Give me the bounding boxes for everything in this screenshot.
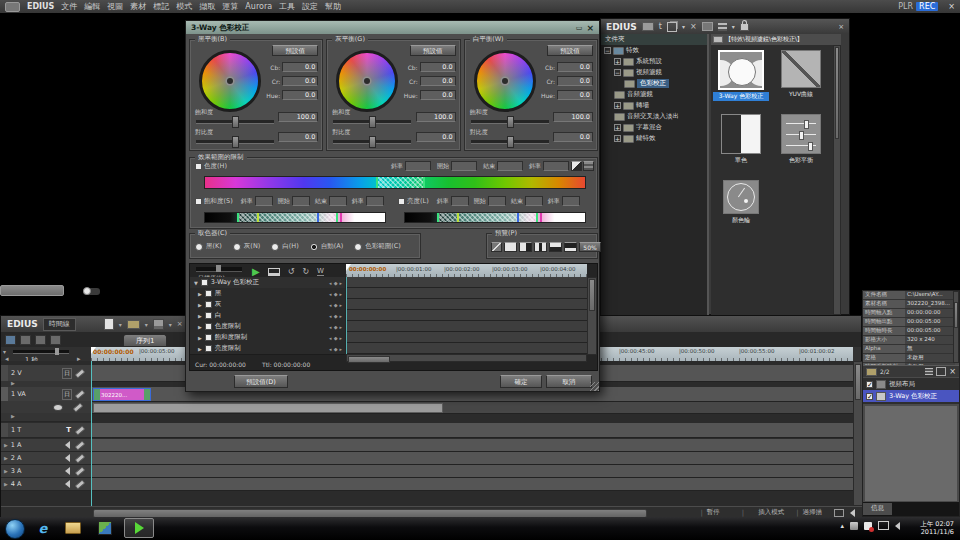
- new-sequence-dropdown-icon[interactable]: ▾: [119, 321, 122, 328]
- effect-card-color-wheel[interactable]: 顏色輪: [713, 180, 769, 225]
- sat-start-field[interactable]: [292, 196, 310, 206]
- property-row[interactable]: 時間軸出點 00:00:05:00: [863, 318, 955, 327]
- mixer-strip[interactable]: [93, 403, 443, 413]
- tree-item-transitions[interactable]: + 轉場: [601, 100, 707, 111]
- player-seek-thumb[interactable]: [83, 287, 91, 295]
- luma-end-field[interactable]: [525, 196, 543, 206]
- menubar-close-icon[interactable]: ×: [948, 2, 955, 11]
- expander-icon[interactable]: ▶: [4, 455, 8, 461]
- lock-icon[interactable]: [740, 23, 749, 31]
- hue-field[interactable]: 0.0: [282, 90, 318, 100]
- kf-prev-key-icon[interactable]: ◂: [329, 302, 332, 308]
- chroma-checkbox[interactable]: [195, 163, 202, 170]
- taskbar-edius-button[interactable]: [124, 518, 154, 538]
- tree-toggle-icon[interactable]: +: [614, 102, 621, 109]
- preview-zoom-button[interactable]: 50%: [579, 242, 601, 252]
- saturation-slider[interactable]: [196, 120, 274, 124]
- track-lock-pen-icon[interactable]: [73, 402, 84, 412]
- contrast-field[interactable]: 0.0: [278, 132, 318, 142]
- dialog-title-bar[interactable]: 3-Way 色彩校正 ▭ ×: [186, 21, 599, 34]
- track-lock-pen-icon[interactable]: [75, 368, 86, 378]
- luma-slope-out-field[interactable]: [562, 196, 580, 206]
- effect-card-color-balance[interactable]: 色彩平衡: [773, 114, 829, 165]
- hue-field[interactable]: 0.0: [557, 90, 593, 100]
- kf-row-checkbox[interactable]: [205, 290, 212, 297]
- effect-card-yuv-curve[interactable]: YUV曲線: [773, 50, 829, 99]
- kf-next-key-icon[interactable]: ▸: [339, 302, 342, 308]
- kf-next-key-icon[interactable]: ▸: [339, 313, 342, 319]
- kf-next-key-icon[interactable]: ▸: [339, 346, 342, 352]
- save-project-dropdown-icon[interactable]: ▾: [169, 321, 172, 328]
- zoom-slider[interactable]: [13, 350, 69, 354]
- track-header-3a[interactable]: ▶ 3 A: [1, 465, 91, 478]
- tree-toggle-icon[interactable]: +: [614, 124, 621, 131]
- limit-options-button[interactable]: [583, 161, 594, 171]
- preset-button[interactable]: 預設值: [547, 45, 593, 56]
- tree-item-system-preset[interactable]: + 系統預設: [601, 56, 707, 67]
- track-lock-pen-icon[interactable]: [75, 440, 86, 450]
- sequence-tab[interactable]: 序列1: [123, 334, 167, 346]
- track-video-mute-icon[interactable]: 日: [62, 368, 72, 379]
- track-speaker-icon[interactable]: [65, 441, 70, 449]
- contrast-field[interactable]: 0.0: [416, 132, 456, 142]
- saturation-slider[interactable]: [471, 120, 549, 124]
- track-header-1va[interactable]: 1 VA 日: [1, 387, 91, 402]
- playhead-marker-icon[interactable]: [91, 347, 96, 354]
- chroma-slope-out-field[interactable]: [543, 161, 569, 171]
- track-eye-icon[interactable]: [53, 404, 63, 411]
- kf-play-button[interactable]: ▶: [252, 266, 260, 277]
- contrast-slider[interactable]: [471, 140, 549, 144]
- track-header-2a[interactable]: ▶ 2 A: [1, 452, 91, 465]
- copy-effect-icon[interactable]: [667, 22, 677, 32]
- tree-item-effects-root[interactable]: − 特效: [601, 45, 707, 56]
- kf-prev-key-icon[interactable]: ◂: [329, 313, 332, 319]
- lane-3a[interactable]: [91, 465, 853, 478]
- menu-file[interactable]: 文件: [61, 1, 77, 12]
- kf-add-key-icon[interactable]: ◆: [334, 302, 338, 308]
- expander-icon[interactable]: ▶: [11, 380, 15, 386]
- kf-next-key-icon[interactable]: ▸: [339, 291, 342, 297]
- hue-selected-range[interactable]: [376, 177, 425, 188]
- kf-next-key-icon[interactable]: ▸: [339, 335, 342, 341]
- preset-button[interactable]: 預設值: [410, 45, 456, 56]
- preview-split-bottom-button[interactable]: [564, 242, 577, 252]
- picker-radio-auto[interactable]: [310, 243, 318, 251]
- view-mode-icon[interactable]: [718, 23, 727, 31]
- rec-button[interactable]: REC: [916, 2, 938, 11]
- picker-radio-white[interactable]: [271, 243, 279, 251]
- cb-field[interactable]: 0.0: [420, 62, 456, 72]
- tree-toggle-icon[interactable]: −: [604, 47, 611, 54]
- lane-2a[interactable]: [91, 452, 853, 465]
- track-speaker-icon[interactable]: [65, 480, 70, 488]
- property-row[interactable]: 時間軸入點 00:00:00:00: [863, 309, 955, 318]
- kf-prev-key-icon[interactable]: ◂: [329, 335, 332, 341]
- cb-field[interactable]: 0.0: [557, 62, 593, 72]
- menu-edit[interactable]: 編輯: [84, 1, 100, 12]
- kf-expander-icon[interactable]: ▶: [198, 346, 202, 352]
- cr-field[interactable]: 0.0: [420, 76, 456, 86]
- lane-4a[interactable]: [91, 478, 853, 491]
- kf-monitor-button[interactable]: [268, 268, 280, 276]
- luma-slope-in-field[interactable]: [451, 196, 469, 206]
- tray-network-icon[interactable]: [850, 522, 858, 530]
- save-project-icon[interactable]: [153, 319, 164, 330]
- range-marker[interactable]: [517, 213, 519, 222]
- menu-tools[interactable]: 工具: [279, 1, 295, 12]
- menu-aurora[interactable]: Aurora: [245, 2, 272, 11]
- kf-prev-key-icon[interactable]: ◂: [329, 324, 332, 330]
- cut-icon[interactable]: ×: [177, 320, 183, 328]
- range-marker[interactable]: [457, 213, 459, 222]
- timeline-playhead[interactable]: [91, 361, 92, 506]
- kf-hscrollbar[interactable]: [346, 354, 587, 362]
- property-row[interactable]: 影格大小 320 x 240: [863, 336, 955, 345]
- saturation-selected-range[interactable]: [237, 213, 338, 222]
- expander-icon[interactable]: ▶: [4, 481, 8, 487]
- kf-mini-slider[interactable]: [196, 267, 242, 272]
- kf-row-checkbox[interactable]: [205, 345, 212, 352]
- track-lock-pen-icon[interactable]: [75, 425, 86, 435]
- kf-row-checkbox[interactable]: [205, 323, 212, 330]
- tree-item-color-correction[interactable]: 色彩校正: [601, 78, 707, 89]
- range-marker[interactable]: [257, 213, 259, 222]
- effects-vscrollbar[interactable]: [833, 45, 841, 315]
- kf-curve-button[interactable]: W: [317, 267, 324, 276]
